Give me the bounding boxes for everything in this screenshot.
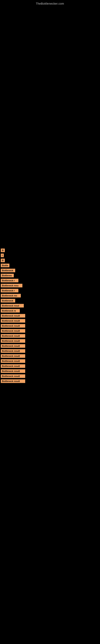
bottleneck-result-label[interactable]: Bottleneck result [1, 354, 25, 358]
bottleneck-result-label[interactable]: Bottleneck r [1, 279, 18, 282]
bottleneck-result-label[interactable]: Bottleneck result [1, 349, 25, 353]
bottleneck-result-label[interactable]: Bottleneck result [1, 319, 25, 322]
bottleneck-result-label[interactable]: Bottleneck result [1, 374, 25, 378]
bottleneck-result-label[interactable]: Bottleneck result [1, 344, 25, 348]
result-row: Bottleneck result [1, 364, 100, 368]
bottleneck-result-label[interactable]: Bottleneck result [1, 359, 25, 363]
bottleneck-result-label[interactable]: B [1, 248, 5, 252]
bottleneck-result-label[interactable]: Bottle [1, 264, 9, 267]
result-row: Bottleneck result [1, 314, 100, 318]
bottleneck-result-label[interactable]: Bottleneck result [1, 369, 25, 373]
result-row: Bottleneck resul [1, 304, 100, 308]
result-row: I [1, 253, 100, 257]
results-container: BIBBottleBottleneckBottlenecBottleneck r… [0, 7, 100, 383]
bottleneck-result-label[interactable]: Bottleneck res [1, 294, 21, 298]
bottleneck-result-label[interactable]: B [1, 258, 5, 262]
result-row: B [1, 258, 100, 262]
result-row: Bottlenec [1, 274, 100, 277]
result-row: Bottleneck result [1, 329, 100, 333]
bottleneck-result-label[interactable]: Bottleneck result [1, 324, 25, 328]
bottleneck-result-label[interactable]: Bottleneck [1, 269, 15, 272]
result-row: Bottleneck result [1, 349, 100, 353]
bottleneck-result-label[interactable]: I [1, 254, 4, 257]
result-row: Bottleneck result [1, 379, 100, 383]
result-row: Bottleneck result [1, 374, 100, 378]
bottleneck-result-label[interactable]: Bottleneck result [1, 329, 25, 333]
bottleneck-result-label[interactable]: Bottleneck result [1, 364, 25, 368]
result-row: Bottleneck [1, 268, 100, 272]
result-row: Bottle [1, 264, 100, 267]
bottleneck-result-label[interactable]: Bottleneck result [1, 314, 25, 318]
result-row: Bottleneck result [1, 369, 100, 373]
result-row: B [1, 248, 100, 252]
result-row: Bottleneck result [1, 344, 100, 348]
bottleneck-result-label[interactable]: Bottleneck resul [1, 304, 24, 308]
result-row: Bottleneck res [1, 294, 100, 298]
result-row: Bottleneck result [1, 359, 100, 363]
result-row: Bottleneck result [1, 354, 100, 358]
result-row: Bottleneck result [1, 339, 100, 343]
site-title: TheBottlenecker.com [0, 0, 100, 7]
bottleneck-result-label[interactable]: Bottleneck result [1, 339, 25, 343]
result-row: Bottleneck r [1, 288, 100, 292]
bottleneck-result-label[interactable]: Bottleneck result [1, 334, 25, 338]
bottleneck-result-label[interactable]: Bottlenec [1, 274, 14, 277]
result-row: Bottleneck result [1, 324, 100, 328]
result-row: Bottleneck [1, 299, 100, 302]
result-row: Bottleneck resu [1, 284, 100, 288]
bottleneck-result-label[interactable]: Bottleneck result [1, 379, 25, 383]
result-row: Bottleneck result [1, 319, 100, 322]
bottleneck-result-label[interactable]: Bottleneck re [1, 309, 20, 312]
bottleneck-result-label[interactable]: Bottleneck r [1, 289, 18, 292]
bottleneck-result-label[interactable]: Bottleneck [1, 299, 15, 302]
result-row: Bottleneck result [1, 334, 100, 338]
bottleneck-result-label[interactable]: Bottleneck resu [1, 284, 22, 288]
result-row: Bottleneck re [1, 309, 100, 312]
result-row: Bottleneck r [1, 278, 100, 282]
